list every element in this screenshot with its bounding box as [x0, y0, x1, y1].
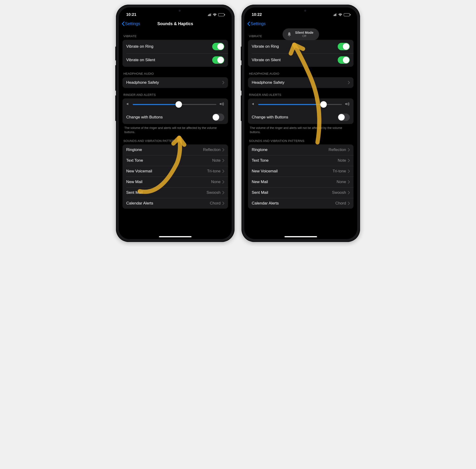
- silent-mode-toast: Silent Mode Off: [283, 28, 319, 40]
- back-button[interactable]: Settings: [247, 21, 266, 26]
- ringer-volume-slider-row: [248, 99, 353, 111]
- vibrate-row-1: Vibrate on Silent: [123, 53, 228, 67]
- row-value: Chord: [210, 201, 221, 206]
- vibrate-row-1: Vibrate on Silent: [248, 53, 353, 67]
- settings-content[interactable]: VIBRATE Vibrate on Ring Vibrate on Silen…: [119, 29, 232, 239]
- row-label: Headphone Safety: [252, 80, 285, 85]
- cellular-icon: [207, 13, 211, 16]
- battery-icon: [218, 13, 224, 16]
- row-value: Reflection: [203, 148, 221, 152]
- nav-bar: Settings: [244, 19, 357, 29]
- phone-left: 10:21 Settings Sounds & Haptics VIBRATE …: [116, 5, 235, 242]
- headphone-safety-row[interactable]: Headphone Safety: [123, 77, 228, 88]
- row-label: Change with Buttons: [252, 115, 288, 119]
- screen-left: 10:21 Settings Sounds & Haptics VIBRATE …: [119, 7, 232, 239]
- vibrate-row-0: Vibrate on Ring: [123, 40, 228, 53]
- pattern-row-new voicemail[interactable]: New Voicemail Tri-tone: [248, 166, 353, 177]
- change-with-buttons-row: Change with Buttons: [248, 111, 353, 124]
- ringer-volume-slider-row: [123, 99, 228, 111]
- vibrate-group: Vibrate on Ring Vibrate on Silent: [123, 40, 228, 67]
- back-label: Settings: [251, 21, 266, 26]
- bell-icon: [287, 32, 292, 37]
- battery-icon: [344, 13, 350, 16]
- toast-subtitle: Off: [302, 34, 306, 38]
- headphone-safety-row[interactable]: Headphone Safety: [248, 77, 353, 88]
- cellular-icon: [333, 13, 337, 16]
- toast-title: Silent Mode: [295, 31, 314, 34]
- row-label: Ringtone: [252, 148, 268, 152]
- ringer-volume-slider[interactable]: [258, 104, 342, 105]
- toggle-vibrate on ring[interactable]: [338, 43, 350, 50]
- toggle-change-with-buttons[interactable]: [212, 114, 224, 121]
- vibrate-row-0: Vibrate on Ring: [248, 40, 353, 53]
- pattern-row-ringtone[interactable]: Ringtone Reflection: [123, 144, 228, 155]
- speaker-low-icon: [126, 102, 130, 107]
- row-value: Reflection: [328, 148, 346, 152]
- pattern-row-new voicemail[interactable]: New Voicemail Tri-tone: [123, 166, 228, 177]
- patterns-group: Ringtone Reflection Text Tone Note New V…: [248, 144, 353, 209]
- home-indicator[interactable]: [159, 236, 191, 237]
- row-label: New Mail: [126, 180, 143, 184]
- row-value: Swoosh: [332, 190, 346, 195]
- row-label: New Voicemail: [252, 169, 278, 174]
- toggle-change-with-buttons[interactable]: [338, 114, 350, 121]
- ringer-group: Change with Buttons: [248, 99, 353, 124]
- row-value: Tri-tone: [333, 169, 346, 174]
- ringer-footer-text: The volume of the ringer and alerts will…: [123, 124, 228, 134]
- status-time: 10:21: [126, 12, 136, 17]
- status-time: 10:22: [252, 12, 262, 17]
- speaker-high-icon: [345, 102, 350, 107]
- row-label: Calendar Alerts: [126, 201, 153, 206]
- row-label: Vibrate on Silent: [126, 58, 155, 62]
- row-label: Sent Mail: [126, 190, 143, 195]
- toggle-vibrate on silent[interactable]: [212, 56, 224, 64]
- section-header-ringer: RINGER AND ALERTS: [248, 88, 353, 99]
- row-value: Chord: [335, 201, 346, 206]
- settings-content[interactable]: VIBRATE Vibrate on Ring Vibrate on Silen…: [244, 29, 357, 239]
- toggle-vibrate on ring[interactable]: [212, 43, 224, 50]
- row-value: Note: [212, 158, 221, 163]
- change-with-buttons-row: Change with Buttons: [123, 111, 228, 124]
- screen-right: 10:22 Settings Silent Mode Off VIBRATE V…: [244, 7, 357, 239]
- row-value: None: [211, 180, 221, 184]
- row-label: Text Tone: [252, 158, 269, 163]
- pattern-row-ringtone[interactable]: Ringtone Reflection: [248, 144, 353, 155]
- speaker-high-icon: [219, 102, 224, 107]
- pattern-row-sent mail[interactable]: Sent Mail Swoosh: [248, 187, 353, 198]
- vibrate-group: Vibrate on Ring Vibrate on Silent: [248, 40, 353, 67]
- row-label: Vibrate on Ring: [126, 44, 153, 49]
- row-value: Note: [338, 158, 346, 163]
- pattern-row-calendar alerts[interactable]: Calendar Alerts Chord: [248, 198, 353, 209]
- pattern-row-calendar alerts[interactable]: Calendar Alerts Chord: [123, 198, 228, 209]
- headphone-group: Headphone Safety: [123, 77, 228, 88]
- back-label: Settings: [125, 21, 140, 26]
- toggle-vibrate on silent[interactable]: [338, 56, 350, 64]
- row-value: Tri-tone: [207, 169, 221, 174]
- section-header-headphone: HEADPHONE AUDIO: [248, 67, 353, 77]
- pattern-row-new mail[interactable]: New Mail None: [248, 177, 353, 187]
- row-label: Vibrate on Ring: [252, 44, 279, 49]
- pattern-row-sent mail[interactable]: Sent Mail Swoosh: [123, 187, 228, 198]
- pattern-row-new mail[interactable]: New Mail None: [123, 177, 228, 187]
- section-header-ringer: RINGER AND ALERTS: [123, 88, 228, 99]
- pattern-row-text tone[interactable]: Text Tone Note: [123, 155, 228, 166]
- patterns-group: Ringtone Reflection Text Tone Note New V…: [123, 144, 228, 209]
- notch: [157, 7, 194, 14]
- pattern-row-text tone[interactable]: Text Tone Note: [248, 155, 353, 166]
- headphone-group: Headphone Safety: [248, 77, 353, 88]
- section-header-vibrate: VIBRATE: [123, 29, 228, 40]
- row-value: None: [336, 180, 346, 184]
- section-header-patterns: SOUNDS AND VIBRATION PATTERNS: [123, 134, 228, 144]
- ringer-footer-text: The volume of the ringer and alerts will…: [248, 124, 353, 134]
- nav-title: Sounds & Haptics: [157, 21, 193, 26]
- wifi-icon: [213, 13, 217, 16]
- back-button[interactable]: Settings: [122, 21, 140, 26]
- speaker-low-icon: [252, 102, 255, 107]
- ringer-group: Change with Buttons: [123, 99, 228, 124]
- nav-bar: Settings Sounds & Haptics: [119, 19, 232, 29]
- ringer-volume-slider[interactable]: [133, 104, 216, 105]
- row-label: Headphone Safety: [126, 80, 159, 85]
- row-value: Swoosh: [207, 190, 221, 195]
- home-indicator[interactable]: [285, 236, 317, 237]
- row-label: Text Tone: [126, 158, 143, 163]
